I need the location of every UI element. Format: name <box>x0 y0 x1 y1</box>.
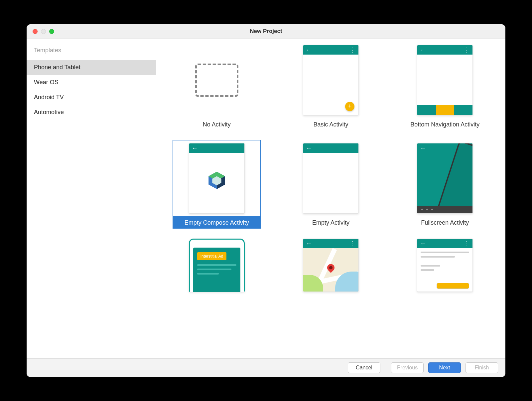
template-fullscreen-activity[interactable]: ← ⛶ Fullscreen Activity <box>395 140 495 229</box>
sidebar-item-automotive[interactable]: Automotive <box>27 105 156 120</box>
template-gallery: No Activity ← ⋮ + Basic Activity <box>156 39 505 358</box>
template-label: Bottom Navigation Activity <box>401 119 489 130</box>
template-maps-activity[interactable]: ← ⋮ <box>280 238 381 291</box>
ad-chip: Interstitial Ad <box>197 252 227 260</box>
back-arrow-icon: ← <box>306 241 312 247</box>
back-arrow-icon: ← <box>306 47 312 53</box>
template-interstitial-ad[interactable]: Interstitial Ad <box>166 238 267 291</box>
phone-preview: ← ⋮ + <box>303 45 359 115</box>
titlebar: New Project <box>27 24 505 39</box>
fab-add-icon: + <box>345 102 354 111</box>
next-button[interactable]: Next <box>428 362 461 373</box>
template-label: Empty Activity <box>287 217 375 229</box>
phone-preview: ← ⋮ <box>303 239 359 292</box>
template-empty-activity[interactable]: ← Empty Activity <box>280 140 381 229</box>
sidebar-item-wear-os[interactable]: Wear OS <box>27 75 156 90</box>
overflow-menu-icon: ⋮ <box>464 241 470 247</box>
detail-action-icon <box>437 283 469 289</box>
template-empty-compose-activity[interactable]: ← Empty Com <box>166 140 267 229</box>
back-arrow-icon: ← <box>420 241 426 247</box>
map-preview <box>303 248 358 292</box>
phone-preview: ← ⋮ <box>417 45 473 115</box>
template-bottom-navigation-activity[interactable]: ← ⋮ Bottom Navigation Activity <box>395 42 495 130</box>
phone-preview: Interstitial Ad <box>189 239 245 292</box>
phone-preview: ← ⛶ <box>417 143 473 214</box>
footer-buttons: Cancel Previous Next Finish <box>27 358 505 377</box>
overflow-menu-icon: ⋮ <box>350 47 356 53</box>
template-primary-detail-activity[interactable]: ← ⋮ <box>395 238 495 291</box>
phone-preview: ← <box>189 143 245 214</box>
overflow-menu-icon: ⋮ <box>464 47 470 53</box>
window-title: New Project <box>27 28 505 35</box>
sidebar: Templates Phone and Tablet Wear OS Andro… <box>27 39 156 358</box>
sidebar-item-android-tv[interactable]: Android TV <box>27 90 156 105</box>
back-arrow-icon: ← <box>306 145 312 151</box>
compose-logo-icon <box>206 170 227 192</box>
sidebar-item-phone-and-tablet[interactable]: Phone and Tablet <box>27 60 156 75</box>
template-label: Fullscreen Activity <box>401 217 489 229</box>
finish-button[interactable]: Finish <box>466 362 498 373</box>
sidebar-header: Templates <box>27 44 156 60</box>
new-project-window: New Project Templates Phone and Tablet W… <box>27 24 505 377</box>
template-no-activity[interactable]: No Activity <box>166 42 267 130</box>
phone-preview: ← ⋮ <box>417 239 473 292</box>
bottom-nav-bar <box>417 105 472 115</box>
cancel-button[interactable]: Cancel <box>348 362 380 373</box>
template-label: Empty Compose Activity <box>173 217 261 229</box>
template-label: No Activity <box>173 119 261 130</box>
back-arrow-icon: ← <box>420 47 426 53</box>
previous-button[interactable]: Previous <box>391 362 424 373</box>
content-area: Templates Phone and Tablet Wear OS Andro… <box>27 39 505 358</box>
back-arrow-icon: ← <box>192 145 198 151</box>
template-label: Basic Activity <box>287 119 375 130</box>
template-basic-activity[interactable]: ← ⋮ + Basic Activity <box>280 42 381 130</box>
back-arrow-icon: ← <box>420 145 426 151</box>
dashed-square-icon <box>195 64 238 97</box>
phone-preview: ← <box>303 143 359 214</box>
detail-lines <box>421 252 469 274</box>
overflow-menu-icon: ⋮ <box>350 241 356 247</box>
